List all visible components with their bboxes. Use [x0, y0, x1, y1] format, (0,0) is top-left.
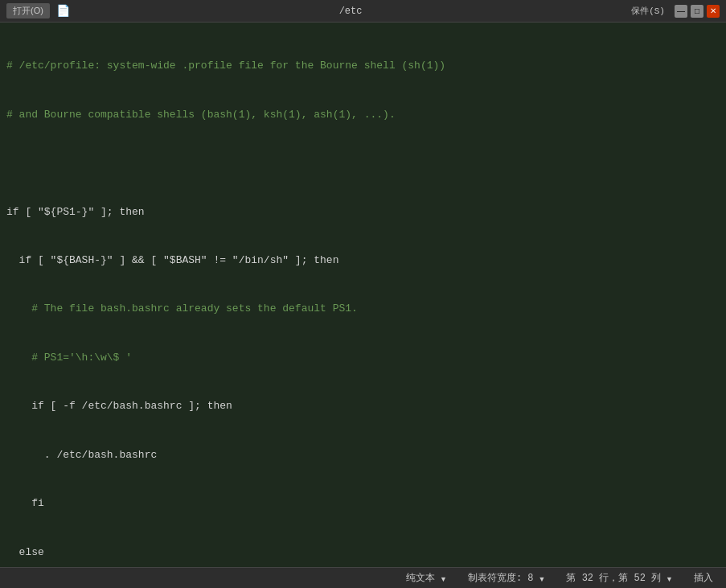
text-type-item: 纯文本	[406, 571, 449, 585]
save-label: 保件(S)	[631, 5, 665, 17]
code-line: fi	[6, 495, 720, 512]
code-line: # /etc/profile: system-wide .profile fil…	[6, 58, 720, 74]
code-line: if [ -f /etc/bash.bashrc ]; then	[6, 398, 720, 414]
insert-mode-label: 插入	[694, 571, 713, 585]
code-line: . /etc/bash.bashrc	[6, 447, 720, 463]
position-item: 第 32 行，第 52 列	[566, 571, 675, 585]
status-bar: 纯文本 制表符宽度: 8 第 32 行，第 52 列 插入	[0, 567, 726, 588]
code-line: # The file bash.bashrc already sets the …	[6, 301, 720, 317]
code-line	[6, 155, 720, 171]
insert-mode-item: 插入	[694, 571, 713, 585]
text-type-dropdown[interactable]	[438, 573, 449, 584]
code-line: if [ "${PS1-}" ]; then	[6, 204, 720, 220]
code-line: if [ "${BASH-}" ] && [ "$BASH" != "/bin/…	[6, 253, 720, 269]
open-button[interactable]: 打开(O)	[6, 3, 50, 19]
title-bar-right: 保件(S) — □ ✕	[631, 5, 720, 18]
text-type-label: 纯文本	[406, 571, 435, 585]
position-label: 第 32 行，第 52 列	[566, 571, 661, 585]
code-content: # /etc/profile: system-wide .profile fil…	[0, 26, 726, 567]
tab-width-dropdown[interactable]	[537, 573, 548, 584]
code-line: # and Bourne compatible shells (bash(1),…	[6, 107, 720, 123]
title-bar: 打开(O) 📄 /etc 保件(S) — □ ✕	[0, 0, 726, 23]
close-button[interactable]: ✕	[707, 5, 720, 18]
title-bar-left: 打开(O) 📄	[6, 3, 70, 19]
position-dropdown[interactable]	[664, 573, 675, 584]
code-line: # PS1='\h:\w\$ '	[6, 350, 720, 366]
maximize-button[interactable]: □	[691, 5, 703, 18]
code-line: else	[6, 545, 720, 561]
title-bar-center: /etc	[339, 6, 363, 17]
tab-width-item: 制表符宽度: 8	[468, 571, 548, 585]
tab-width-label: 制表符宽度: 8	[468, 571, 534, 585]
file-icon: 📄	[56, 4, 70, 18]
minimize-button[interactable]: —	[675, 5, 687, 18]
editor-area: # /etc/profile: system-wide .profile fil…	[0, 23, 726, 567]
